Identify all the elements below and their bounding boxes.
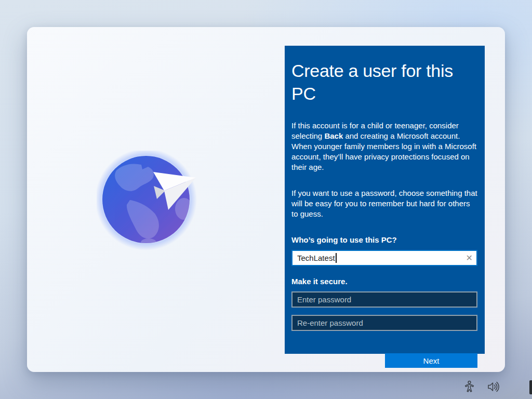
password-input[interactable] <box>291 291 477 308</box>
username-textbox[interactable]: ✕ <box>291 250 477 266</box>
username-input[interactable] <box>291 250 477 266</box>
secure-label: Make it secure. <box>291 276 477 287</box>
footer-system-tray <box>463 380 500 393</box>
text-caret <box>336 253 337 263</box>
globe-plane-logo <box>97 151 204 252</box>
accessibility-icon[interactable] <box>463 380 475 393</box>
reenter-password-input[interactable] <box>291 315 477 331</box>
screen-edge-element <box>529 380 532 394</box>
username-label: Who’s going to use this PC? <box>291 235 477 245</box>
intro-paragraph: If this account is for a child or teenag… <box>291 121 477 172</box>
page-title: Create a user for this PC <box>291 59 477 105</box>
password-hint-paragraph: If you want to use a password, choose so… <box>291 188 477 219</box>
next-button[interactable]: Next <box>385 353 477 368</box>
clear-text-icon[interactable]: ✕ <box>466 254 473 262</box>
intro-text-back-bold: Back <box>324 131 343 140</box>
globe-icon <box>97 151 204 252</box>
create-user-panel: Create a user for this PC If this accoun… <box>285 46 485 354</box>
volume-icon[interactable] <box>487 381 500 393</box>
setup-card: Create a user for this PC If this accoun… <box>27 27 505 372</box>
